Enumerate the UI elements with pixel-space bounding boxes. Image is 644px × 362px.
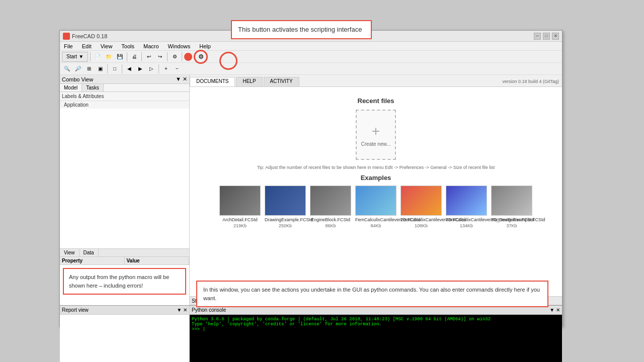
example-size: 134Kb (446, 223, 487, 228)
create-new-label: Create new... (361, 141, 391, 147)
example-size: 84Kb (355, 223, 396, 228)
example-thumbnail (265, 186, 306, 216)
maximize-button[interactable]: □ (543, 33, 550, 40)
plus-button[interactable]: + (161, 64, 171, 74)
example-name: DrawingExample.FCStd (265, 217, 306, 223)
example-size: 108Kb (400, 223, 442, 228)
recent-files-title: Recent files (195, 97, 557, 105)
property-col-label: Property (60, 257, 125, 264)
tb2-sep-2 (122, 64, 122, 73)
property-header: Property Value (60, 257, 189, 265)
start-dropdown-arrow: ▼ (78, 54, 84, 59)
settings-button[interactable]: ⚙ (170, 52, 180, 62)
example-card[interactable]: PartDesignExample.FCStd 37Kb (491, 186, 532, 228)
toolbar-1: Start ▼ 📄 📁 💾 🖨 ↩ ↪ ⚙ ⚙ (60, 51, 562, 63)
scripting-tooltip-callout: This button activates the scripting inte… (231, 20, 372, 39)
scripting-button[interactable]: ⚙ (194, 50, 208, 64)
zoom-out-button[interactable]: 🔎 (73, 64, 83, 74)
report-view-controls: ▼ ✕ (177, 307, 187, 313)
menu-edit[interactable]: Edit (80, 43, 94, 49)
python-console: Python console ▼ ✕ Python 3.6.6 | packag… (190, 306, 562, 362)
content-area: DOCUMENTS HELP ACTIVITY version 0.18 bui… (190, 75, 562, 305)
new-file-button[interactable]: 📄 (93, 52, 103, 62)
example-thumbnail (219, 186, 261, 216)
record-button[interactable] (184, 53, 192, 61)
example-card[interactable]: DrawingExample.FCStd 250Kb (265, 186, 306, 228)
menu-macro[interactable]: Macro (141, 43, 161, 49)
sidebar-section-labels: Labels & Attributes (60, 92, 189, 101)
example-card[interactable]: FemCalculixCantilever3D_newSolver.FCStd … (446, 186, 487, 228)
value-col-label: Value (125, 257, 190, 264)
forward-button[interactable]: ▷ (146, 64, 156, 74)
example-name: FemCalculixCantilever2D.FCStd (355, 217, 396, 223)
console-text: Python 3.6.6 | packaged by conda-forge |… (192, 317, 491, 332)
example-name: PartDesignExample.FCStd (491, 217, 532, 223)
report-view-content (60, 315, 189, 362)
back-button[interactable]: ◀ (124, 64, 134, 74)
minus-button[interactable]: − (172, 64, 182, 74)
report-view: Report view ▼ ✕ (60, 306, 190, 362)
tab-help[interactable]: HELP (236, 77, 262, 86)
title-bar-controls: ─ □ ✕ (534, 33, 559, 40)
minimize-button[interactable]: ─ (534, 33, 541, 40)
menu-bar: File Edit View Tools Macro Windows Help (60, 42, 562, 51)
report-view-header: Report view ▼ ✕ (60, 306, 189, 315)
sidebar-title: Combo View (62, 76, 93, 82)
sidebar-tab-tasks[interactable]: Tasks (82, 84, 104, 92)
sidebar-view-tab-data[interactable]: Data (79, 249, 99, 256)
example-thumbnail (355, 186, 396, 216)
toolbar-separator-1 (90, 52, 91, 61)
sidebar-tree-area (60, 109, 189, 248)
example-size: 219Kb (219, 223, 261, 228)
toolbar-separator-3 (141, 52, 142, 61)
zoom-in-button[interactable]: 🔍 (62, 64, 72, 74)
example-size: 250Kb (265, 223, 306, 228)
menu-windows[interactable]: Windows (166, 43, 193, 49)
print-button[interactable]: 🖨 (129, 52, 139, 62)
example-thumbnail (310, 186, 351, 216)
example-card[interactable]: EngineBlock.FCStd 86Kb (310, 186, 351, 228)
example-thumbnail (400, 186, 442, 216)
sidebar-item-application: Application (60, 101, 189, 109)
start-dropdown[interactable]: Start ▼ (62, 52, 88, 62)
window-title: FreeCAD 0.18 (72, 33, 107, 39)
example-name: EngineBlock.FCStd (310, 217, 351, 223)
example-card[interactable]: ArchDetail.FCStd 219Kb (219, 186, 261, 228)
example-card[interactable]: FemCalculixCantilever3D.FCStd 108Kb (400, 186, 442, 228)
start-label: Start (66, 54, 77, 59)
report-callout-text: Any output from the python macro will be… (69, 274, 169, 289)
fit-view-button[interactable]: ⊞ (84, 64, 94, 74)
report-view-callout: Any output from the python macro will be… (63, 268, 186, 295)
sidebar-view-tab-view[interactable]: View (60, 249, 79, 256)
open-file-button[interactable]: 📁 (104, 52, 114, 62)
example-thumbnail (491, 186, 532, 216)
tip-text: Tip: Adjust the number of recent files t… (195, 165, 557, 170)
nav-button[interactable]: ▶ (135, 64, 145, 74)
bottom-panel: Report view ▼ ✕ Python console ▼ ✕ Pytho… (60, 305, 562, 362)
create-new-card[interactable]: + Create new... (356, 110, 396, 160)
example-name: FemCalculixCantilever3D_newSolver.FCStd (446, 217, 487, 223)
tab-activity[interactable]: ACTIVITY (264, 77, 299, 86)
python-console-controls: ▼ ✕ (549, 307, 560, 313)
save-button[interactable]: 💾 (115, 52, 125, 62)
tab-documents[interactable]: DOCUMENTS (190, 77, 235, 86)
sidebar-tab-model[interactable]: Model (60, 84, 82, 92)
content-tabs: DOCUMENTS HELP ACTIVITY version 0.18 bui… (190, 75, 562, 87)
close-button[interactable]: ✕ (552, 33, 559, 40)
toolbar-2: 🔍 🔎 ⊞ ▣ □ ◀ ▶ ▷ + − (60, 63, 562, 75)
console-content[interactable]: Python 3.6.6 | packaged by conda-forge |… (190, 315, 562, 362)
toolbar-separator-2 (127, 52, 127, 61)
example-thumbnail (446, 186, 487, 216)
example-name: ArchDetail.FCStd (219, 217, 261, 223)
menu-tools[interactable]: Tools (119, 43, 136, 49)
example-card[interactable]: FemCalculixCantilever2D.FCStd 84Kb (355, 186, 396, 228)
undo-button[interactable]: ↩ (144, 52, 154, 62)
sidebar-header: Combo View ▼ ✕ (60, 75, 189, 84)
box-button[interactable]: □ (110, 64, 120, 74)
view3d-button[interactable]: ▣ (95, 64, 105, 74)
menu-view[interactable]: View (99, 43, 115, 49)
redo-button[interactable]: ↪ (155, 52, 165, 62)
scripting-tooltip-text: This button activates the scripting inte… (238, 26, 362, 33)
menu-help[interactable]: Help (197, 43, 213, 49)
menu-file[interactable]: File (62, 43, 75, 49)
